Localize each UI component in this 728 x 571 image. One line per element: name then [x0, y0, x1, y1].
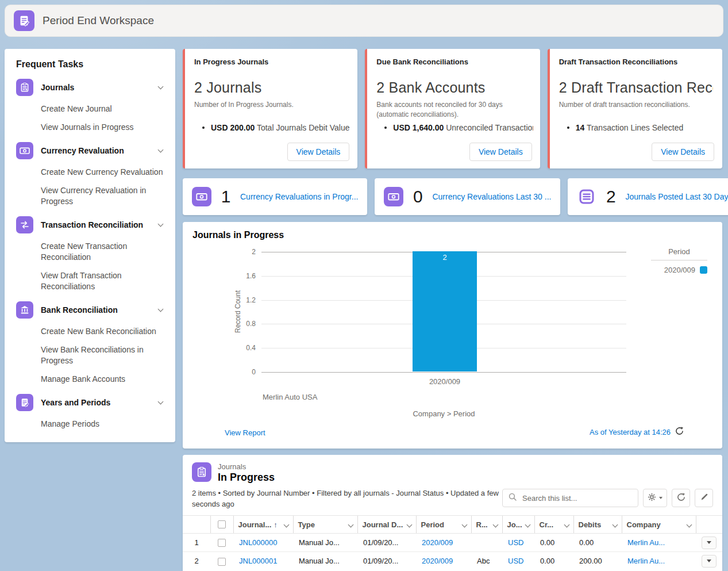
sidebar-section-label: Bank Reconciliation: [41, 305, 151, 315]
sidebar-item-create-new-bank-reconciliation[interactable]: Create New Bank Reconciliation: [41, 326, 165, 337]
kpi-bullet: 14 Transaction Lines Selected: [567, 123, 715, 132]
period-link[interactable]: 2020/009: [422, 557, 453, 565]
metric-journals-posted-last-30: 2 Journals Posted Last 30 Days: [568, 178, 728, 215]
chevron-down-icon[interactable]: [492, 522, 498, 527]
view-details-button[interactable]: View Details: [287, 143, 350, 161]
period-link[interactable]: 2020/009: [422, 538, 453, 547]
chevron-down-icon[interactable]: [283, 522, 289, 527]
select-all-header[interactable]: [210, 516, 233, 534]
sidebar-section-label: Transaction Reconciliation: [41, 220, 151, 229]
currency-icon: [16, 142, 33, 159]
sidebar-section-label: Currency Revaluation: [41, 146, 151, 155]
sidebar-section-transaction-reconciliation[interactable]: Transaction Reconciliation: [16, 216, 165, 233]
legend-item-2020-009[interactable]: 2020/009: [651, 266, 707, 274]
kpi-headline: 2 Bank Accounts: [376, 79, 530, 96]
sort-asc-icon: ↑: [274, 520, 278, 529]
sidebar-item-view-draft-transaction-reconciliations[interactable]: View Draft Transaction Reconciliations: [41, 270, 165, 292]
view-report-link[interactable]: View Report: [225, 428, 265, 437]
kpi-description: Number of draft transaction reconciliati…: [559, 100, 704, 110]
row-checkbox[interactable]: [218, 539, 226, 547]
row-actions-button[interactable]: [702, 555, 717, 568]
chart-as-of: As of Yesterday at 14:26: [590, 427, 684, 437]
cell-reference: [471, 534, 502, 552]
view-details-button[interactable]: View Details: [652, 143, 714, 161]
view-details-button[interactable]: View Details: [469, 143, 532, 161]
chevron-down-icon[interactable]: [461, 522, 467, 527]
page-title: Period End Workspace: [43, 14, 154, 27]
chevron-down-icon[interactable]: [348, 522, 353, 527]
row-actions-button[interactable]: [702, 536, 717, 549]
col-debits[interactable]: Debits: [573, 516, 622, 534]
company-link[interactable]: Merlin Au...: [627, 557, 665, 565]
sidebar-item-create-new-journal[interactable]: Create New Journal: [41, 104, 165, 114]
sidebar-item-create-new-transaction-reconciliation[interactable]: Create New Transaction Reconciliation: [41, 241, 165, 263]
list-search[interactable]: [502, 489, 638, 507]
kpi-headline: 2 Draft Transaction Reconci...: [559, 79, 713, 96]
cell-reference: Abc: [471, 552, 502, 570]
sidebar-item-view-currency-revaluation[interactable]: View Currency Revaluation in Progress: [41, 185, 165, 207]
col-period[interactable]: Period: [416, 516, 471, 534]
col-reference[interactable]: R...: [471, 516, 502, 534]
currency-link[interactable]: USD: [508, 538, 523, 547]
col-company[interactable]: Company: [622, 516, 696, 534]
metric-link[interactable]: Journals Posted Last 30 Days: [625, 192, 728, 201]
chevron-down-icon[interactable]: [686, 522, 692, 527]
list-view-name[interactable]: In Progress: [218, 472, 275, 484]
list-edit-button[interactable]: [695, 489, 713, 507]
table-row: 2 JNL000001 Manual Jo... 01/09/20... 202…: [183, 552, 722, 570]
legend-title: Period: [651, 247, 707, 260]
kpi-description: Number of In Progress Journals.: [194, 100, 339, 110]
bullet-dot: [202, 127, 205, 129]
sidebar-item-view-journals-in-progress[interactable]: View Journals in Progress: [41, 122, 165, 133]
metric-card-row: 1 Currency Revaluations in Progr... 0 Cu…: [183, 178, 722, 215]
cell-type: Manual Jo...: [293, 534, 357, 552]
sidebar-section-years-and-periods[interactable]: Years and Periods: [16, 394, 165, 411]
col-journal-currency[interactable]: Jo...: [502, 516, 534, 534]
col-credits[interactable]: Cr...: [534, 516, 573, 534]
col-journal-date[interactable]: Journal D...: [357, 516, 416, 534]
chevron-down-icon[interactable]: [612, 522, 618, 527]
sidebar-item-view-bank-reconciliations[interactable]: View Bank Reconciliations in Progress: [41, 344, 165, 366]
list-refresh-button[interactable]: [672, 489, 690, 507]
journals-icon: [192, 462, 211, 482]
journal-number-link[interactable]: JNL000000: [239, 538, 278, 547]
sidebar-item-manage-periods[interactable]: Manage Periods: [41, 419, 165, 430]
chevron-down-icon[interactable]: [564, 522, 569, 527]
col-journal-number[interactable]: Journal...↑: [233, 516, 293, 534]
col-type[interactable]: Type: [293, 516, 357, 534]
row-checkbox[interactable]: [218, 558, 226, 566]
bank-icon: [16, 301, 33, 319]
row-number: 2: [183, 552, 210, 570]
table-row: 1 JNL000000 Manual Jo... 01/09/20... 202…: [183, 534, 722, 552]
bullet-dot: [567, 127, 569, 129]
y-tick: 1.6: [246, 272, 256, 280]
kpi-headline: 2 Journals: [194, 79, 348, 96]
select-all-checkbox[interactable]: [218, 520, 226, 528]
sidebar-item-manage-bank-accounts[interactable]: Manage Bank Accounts: [41, 374, 165, 385]
journals-list-view: Journals In Progress 2 items • Sorted by…: [183, 455, 722, 571]
bullet-dot: [384, 127, 387, 129]
x-category-label: 2020/009: [413, 377, 477, 386]
journal-number-link[interactable]: JNL000001: [239, 557, 278, 565]
currency-link[interactable]: USD: [508, 557, 523, 565]
search-input[interactable]: [521, 493, 632, 503]
frequent-tasks-panel: Frequent Tasks Journals Create New Journ…: [5, 49, 175, 442]
company-link[interactable]: Merlin Au...: [627, 538, 665, 547]
chevron-down-icon: [158, 84, 164, 90]
refresh-icon[interactable]: [675, 427, 684, 437]
sidebar-section-journals[interactable]: Journals: [16, 79, 165, 96]
cell-journal-date: 01/09/20...: [357, 534, 416, 552]
sidebar-section-bank-reconciliation[interactable]: Bank Reconciliation: [16, 301, 165, 319]
list-settings-button[interactable]: [643, 489, 667, 507]
bar-2020-009[interactable]: 2: [413, 251, 477, 371]
sidebar-section-currency-revaluation[interactable]: Currency Revaluation: [16, 142, 165, 159]
metric-value: 1: [220, 187, 232, 206]
sidebar-item-create-new-currency-revaluation[interactable]: Create New Currency Revaluation: [41, 167, 165, 178]
metric-link[interactable]: Currency Revaluations in Progr...: [240, 192, 358, 201]
transfer-arrows-icon: [16, 216, 33, 233]
chevron-down-icon[interactable]: [406, 522, 412, 527]
list-meta: 2 items • Sorted by Journal Number • Fil…: [192, 488, 507, 509]
metric-link[interactable]: Currency Revaluations Last 30 ...: [432, 192, 551, 201]
chevron-down-icon[interactable]: [525, 522, 530, 527]
caret-down-icon: [659, 497, 662, 499]
